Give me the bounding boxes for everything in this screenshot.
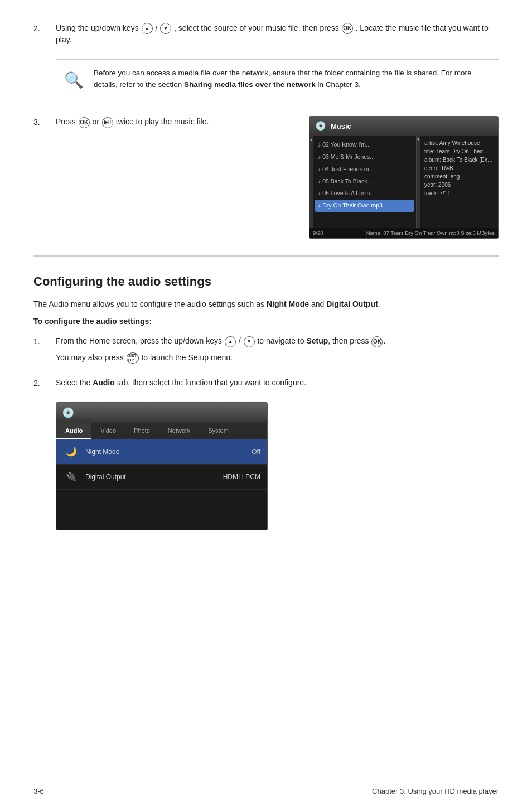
down-key-a1: ▼ bbox=[244, 336, 255, 347]
digital-value: HDMI LPCM bbox=[216, 472, 260, 482]
play-icon: ▶II bbox=[102, 117, 113, 128]
audio-screen: 💿 Audio Video Photo Network System 🌙 Nig… bbox=[56, 402, 268, 530]
tab-system[interactable]: System bbox=[199, 423, 238, 439]
section-intro: The Audio menu allows you to configure t… bbox=[33, 298, 499, 310]
step-a1-number: 1. bbox=[33, 335, 56, 347]
list-item-selected: ♪ Dry On Their Own.mp3 bbox=[315, 200, 414, 212]
mp-list: ♪ 02 You Know I'm... ♪ 03 Me & Mr Jones.… bbox=[313, 136, 417, 238]
footer-chapter: Chapter 3: Using your HD media player bbox=[372, 786, 499, 797]
as-header: 💿 bbox=[56, 403, 267, 423]
step-2-content: Using the up/down keys ▲ / ▼ , select th… bbox=[56, 22, 499, 49]
audio-settings-screenshot: 💿 Audio Video Photo Network System 🌙 Nig… bbox=[56, 402, 268, 530]
list-item: ♪ 04 Just Friends.m... bbox=[315, 163, 414, 176]
disc-icon: 💿 bbox=[315, 119, 326, 133]
up-key-a1: ▲ bbox=[225, 336, 236, 347]
as-tabs: Audio Video Photo Network System bbox=[56, 423, 267, 440]
digital-label: Digital Output bbox=[80, 472, 216, 482]
as-body: 🌙 Night Mode Off 🔌 Digital Output HDMI L… bbox=[56, 439, 267, 490]
list-item: ♪ 03 Me & Mr Jones... bbox=[315, 151, 414, 163]
step-a2-content: Select the Audio tab, then select the fu… bbox=[56, 377, 499, 392]
tab-video[interactable]: Video bbox=[91, 423, 125, 439]
as-row-nightmode: 🌙 Night Mode Off bbox=[56, 439, 267, 465]
mp-header: 💿 Music bbox=[309, 117, 498, 136]
notice-text: Before you can access a media file over … bbox=[94, 67, 493, 91]
mp-year: year: 2006 bbox=[424, 181, 494, 189]
tab-audio[interactable]: Audio bbox=[56, 423, 91, 439]
notice-box: 🔍 Before you can access a media file ove… bbox=[56, 59, 499, 100]
mp-genre: genre: R&B bbox=[424, 164, 494, 172]
step-3-number: 3. bbox=[33, 116, 56, 128]
as-disc-icon: 💿 bbox=[62, 405, 74, 421]
mp-artist: artist: Amy Winehouse bbox=[424, 139, 494, 147]
list-item: ♪ 06 Love Is A Losin... bbox=[315, 187, 414, 200]
tab-network[interactable]: Network bbox=[159, 423, 199, 439]
step-2-number: 2. bbox=[33, 22, 56, 35]
section-heading: Configuring the audio settings bbox=[33, 255, 499, 291]
ok-icon: OK bbox=[342, 23, 353, 34]
page-footer: 3-6 Chapter 3: Using your HD media playe… bbox=[0, 780, 532, 803]
digital-icon: 🔌 bbox=[63, 470, 80, 484]
as-row-digital: 🔌 Digital Output HDMI LPCM bbox=[56, 465, 267, 490]
section-subheading: To configure the audio settings: bbox=[33, 316, 499, 327]
step-3-row: 3. Press OK or ▶II twice to play the mus… bbox=[33, 116, 499, 239]
step-a1-content: From the Home screen, press the up/down … bbox=[56, 335, 499, 367]
up-arrow-icon: ▲ bbox=[142, 23, 153, 34]
footer-page-number: 3-6 bbox=[33, 786, 44, 797]
step-a2-row: 2. Select the Audio tab, then select the… bbox=[33, 377, 499, 392]
mp-track: track: 7/11 bbox=[424, 189, 494, 197]
mp-body: ▲ ♪ 02 You Know I'm... ♪ 03 Me & Mr Jone… bbox=[309, 136, 498, 238]
mp-comment: comment: eng bbox=[424, 172, 494, 181]
music-player-screenshot: 💿 Music ▲ ♪ 02 You Know I'm... ♪ 03 Me &… bbox=[309, 116, 499, 239]
nightmode-label: Night Mode bbox=[80, 447, 216, 457]
music-player: 💿 Music ▲ ♪ 02 You Know I'm... ♪ 03 Me &… bbox=[309, 116, 499, 239]
mp-album: album: Back To Black [Explicit] bbox=[424, 156, 494, 164]
mp-title-info: title: Tears Dry On Their Own bbox=[424, 147, 494, 156]
step-3-text: Press OK or ▶II twice to play the music … bbox=[56, 116, 309, 128]
ok-key-a1: OK bbox=[371, 336, 383, 347]
setup-key-a1: SETUP bbox=[127, 352, 139, 364]
nightmode-icon: 🌙 bbox=[63, 445, 80, 458]
step-a1-row: 1. From the Home screen, press the up/do… bbox=[33, 335, 499, 367]
notice-icon: 🔍 bbox=[61, 69, 86, 92]
ok-icon-2: OK bbox=[79, 117, 90, 128]
tab-photo[interactable]: Photo bbox=[125, 423, 159, 439]
mp-footer-right: Name: 07 Tears Dry On Their Own.mp3 Size… bbox=[366, 229, 495, 237]
down-arrow-icon: ▼ bbox=[160, 23, 171, 34]
nightmode-value: Off bbox=[216, 447, 260, 457]
mp-footer: 9/20 Name: 07 Tears Dry On Their Own.mp3… bbox=[309, 228, 498, 238]
list-item: ♪ 05 Back To Black..... bbox=[315, 176, 414, 188]
step-a2-number: 2. bbox=[33, 377, 56, 389]
section-title: Configuring the audio settings bbox=[33, 272, 499, 291]
list-item: ♪ 02 You Know I'm... bbox=[315, 139, 414, 151]
mp-info: artist: Amy Winehouse title: Tears Dry O… bbox=[420, 136, 498, 238]
mp-footer-left: 9/20 bbox=[313, 229, 323, 237]
step-2-row: 2. Using the up/down keys ▲ / ▼ , select… bbox=[33, 22, 499, 49]
step-2-text: Using the up/down keys ▲ / ▼ , select th… bbox=[56, 22, 499, 46]
